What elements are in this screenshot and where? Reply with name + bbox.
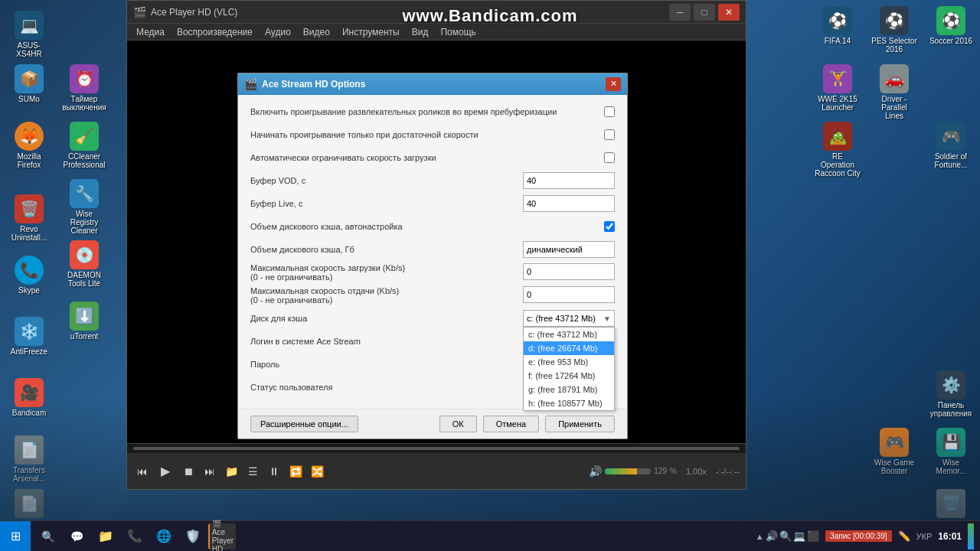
vlc-play-button[interactable]: ▶ — [155, 461, 176, 482]
desktop-icon-soldier[interactable]: 🎮 Soldier of Fortune... — [925, 119, 977, 172]
label-disk: Диск для кэша — [250, 314, 523, 323]
desktop-icon-driver[interactable]: 🚗 Driver - Parallel Lines — [868, 61, 920, 123]
vlc-menu-audio[interactable]: Аудио — [259, 25, 297, 39]
vlc-menu-view[interactable]: Вид — [406, 25, 435, 39]
desktop-icon-sumo[interactable]: 📦 SUMo — [3, 61, 55, 106]
input-upload-speed[interactable] — [523, 286, 615, 303]
vlc-minimize-button[interactable]: ─ — [669, 4, 691, 21]
desktop-icon-wwe[interactable]: 🏋️ WWE 2K15 Launcher — [812, 61, 864, 115]
taskbar-antivirus-icon[interactable]: 🛡️ — [179, 523, 207, 550]
desktop-icon-skype[interactable]: 📞 Skype — [3, 253, 55, 298]
dropdown-item-d[interactable]: d: (free 26674 Mb) — [524, 341, 614, 355]
dropdown-item-e[interactable]: e: (free 953 Mb) — [524, 355, 614, 369]
checkbox-autolimit[interactable] — [604, 152, 615, 163]
vlc-frame-button[interactable]: ⏸ — [265, 462, 283, 481]
taskbar-skype-icon[interactable]: 📞 — [121, 523, 149, 550]
dialog-icon: 🎬 — [244, 78, 257, 90]
desktop-icon-wisemem[interactable]: 💾 Wise Memor... — [925, 425, 977, 478]
vlc-window-controls: ─ □ ✕ — [669, 4, 740, 21]
vlc-maximize-button[interactable]: □ — [694, 4, 715, 21]
vlc-volume-bar[interactable] — [605, 468, 651, 474]
dropdown-item-h[interactable]: h: (free 108577 Mb) — [524, 396, 614, 410]
action-center-sidebar[interactable] — [968, 523, 974, 549]
vlc-shuffle-button[interactable]: 🔀 — [308, 462, 326, 481]
desktop-icon-ccleaner[interactable]: 🧹 CCleaner Professional — [58, 119, 110, 172]
desktop-icon-utorrent[interactable]: ⬇️ uTorrent — [58, 298, 110, 344]
taskbar-explorer-icon[interactable]: 📁 — [92, 523, 119, 550]
network-icon[interactable]: 🔊 — [766, 530, 778, 542]
dropdown-disk-selected[interactable]: c: (free 43712 Mb) ▼ — [523, 310, 615, 327]
input-download-speed[interactable] — [523, 263, 615, 280]
vlc-open-button[interactable]: 📁 — [222, 462, 240, 481]
vlc-close-button[interactable]: ✕ — [718, 4, 740, 21]
dropdown-item-g[interactable]: g: (free 18791 Mb) — [524, 383, 614, 396]
desktop-icon-panel[interactable]: ⚙️ Панель управления — [925, 367, 977, 421]
checkbox-cache-auto[interactable] — [604, 221, 615, 232]
taskbar-search-icon[interactable]: 🔍 — [34, 523, 61, 550]
vlc-zoom-label: 1.00x — [686, 467, 707, 476]
advanced-options-button[interactable]: Расширенные опции... — [250, 416, 358, 432]
dialog-close-button[interactable]: ✕ — [606, 77, 621, 91]
keyboard-layout[interactable]: УКР — [916, 532, 933, 541]
label-vod: Буфер VOD, с — [250, 176, 523, 185]
vlc-repeat-button[interactable]: 🔁 — [286, 462, 305, 481]
dialog-content: Включить проигрывание развлекательных ро… — [238, 95, 627, 409]
input-live[interactable] — [523, 195, 615, 212]
recording-badge: Запис [00:00:39] — [825, 530, 892, 542]
desktop-icon-antifreeze[interactable]: ❄️ AntiFreeze — [3, 314, 55, 359]
checkbox-entertainment[interactable] — [604, 106, 615, 117]
desktop-icon-re[interactable]: 🧟 RE Operation Raccoon City — [812, 119, 864, 181]
dialog-row-speed: Начинать проигрывание только при достато… — [250, 126, 615, 144]
edit-icon[interactable]: ✏️ — [898, 530, 910, 542]
tray-expand-icon[interactable]: ▲ — [756, 532, 764, 541]
dialog-row-vod: Буфер VOD, с — [250, 171, 615, 190]
vlc-menu-media[interactable]: Медиа — [130, 25, 171, 39]
vlc-prev-btn[interactable]: ⏮ — [133, 462, 152, 481]
vlc-list-button[interactable]: ☰ — [243, 462, 262, 481]
dropdown-item-f[interactable]: f: (free 17264 Mb) — [524, 369, 614, 383]
dropdown-item-c[interactable]: c: (free 43712 Mb) — [524, 328, 614, 341]
desktop-icon-daemon[interactable]: 💿 DAEMON Tools Lite — [58, 237, 110, 291]
vlc-stop-button[interactable]: ⏹ — [179, 462, 198, 481]
label-speed: Начинать проигрывание только при достато… — [250, 130, 604, 139]
desktop-icon-soccer[interactable]: ⚽ Soccer 2016 — [925, 3, 977, 48]
desktop-icon-wisegame[interactable]: 🎮 Wise Game Booster — [868, 425, 920, 478]
desktop-icon[interactable]: 💻 ASUS-XS4HR — [3, 8, 55, 61]
desktop-icon-timer[interactable]: ⏰ Таймер выключения — [58, 61, 110, 115]
notification-icon[interactable]: ⬛ — [807, 530, 819, 542]
start-button[interactable]: ⊞ — [0, 521, 31, 552]
desktop-icon-revo[interactable]: 🗑️ Revo Uninstall... — [3, 191, 55, 245]
desktop-icon-firefox[interactable]: 🦊 Mozilla Firefox — [3, 119, 55, 172]
desktop-icon-transfers[interactable]: 📄 Transfers Arsenal... — [3, 432, 55, 486]
apply-button[interactable]: Применить — [545, 416, 615, 432]
desktop-icon-bandicam[interactable]: 🎥 Bandicam — [3, 375, 55, 420]
vlc-menu-help[interactable]: Помощь — [434, 25, 482, 39]
edit-icons: ✏️ — [898, 530, 910, 542]
taskbar-browser-icon[interactable]: 🌐 — [150, 523, 178, 550]
ok-button[interactable]: ОК — [439, 416, 477, 432]
vlc-menu-tools[interactable]: Инструменты — [336, 25, 406, 39]
vlc-volume-icon[interactable]: 🔊 — [589, 465, 602, 478]
vlc-next-button[interactable]: ⏭ — [201, 462, 219, 481]
desktop-icon-fifa[interactable]: ⚽ FIFA 14 — [812, 3, 864, 48]
taskbar-cortana-icon[interactable]: 💬 — [63, 523, 90, 550]
taskbar-vlc-taskbar-icon[interactable]: 🎬 Ace Player HD — [208, 523, 236, 549]
cancel-button[interactable]: Отмена — [483, 416, 539, 432]
volume-icon[interactable]: 🔍 — [779, 530, 792, 542]
label-autolimit: Автоматически ограничивать скорость загр… — [250, 153, 604, 162]
vlc-menu-video[interactable]: Видео — [297, 25, 336, 39]
input-vod[interactable] — [523, 172, 615, 189]
vlc-seekbar[interactable] — [127, 444, 746, 453]
action-center-icon[interactable]: 💻 — [793, 530, 805, 542]
desktop-icon-pes[interactable]: ⚽ PES Selector 2016 — [868, 3, 920, 57]
vlc-control-row: ⏮ ▶ ⏹ ⏭ 📁 ☰ ⏸ 🔁 🔀 🔊 129 % 1.00x - — [127, 453, 746, 489]
input-cache-gb[interactable] — [523, 241, 615, 258]
checkbox-speed[interactable] — [604, 129, 615, 140]
label-userstatus: Статус пользователя — [250, 383, 523, 392]
vlc-menu-play[interactable]: Воспроизведение — [171, 25, 259, 39]
desktop: www.Bandicam.com 💻 ASUS-XS4HR 📦 SUMo 🦊 M… — [0, 0, 980, 551]
dialog-row-live: Буфер Live, с — [250, 194, 615, 213]
label-cache-auto: Объем дискового кэша, автонастройка — [250, 222, 604, 231]
desktop-icon-wise[interactable]: 🔧 Wise Registry Cleaner — [58, 176, 110, 238]
label-cache-gb: Объем дискового кэша, Гб — [250, 245, 523, 254]
